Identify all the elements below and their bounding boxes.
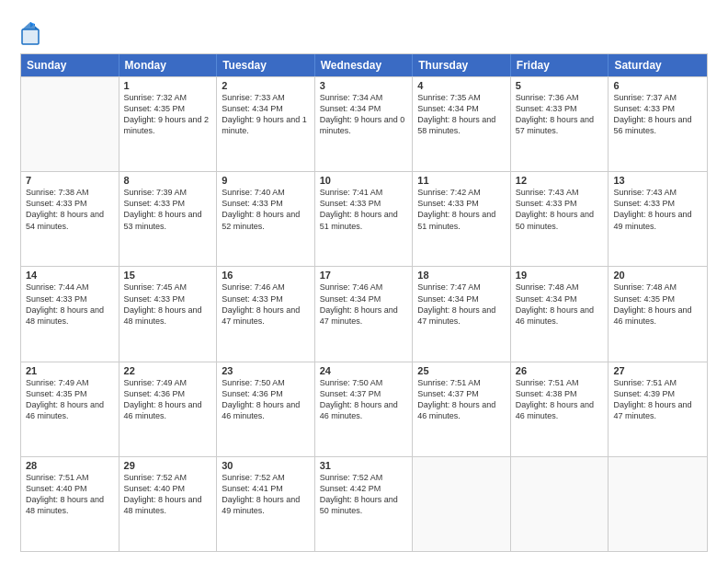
day-number: 9 — [222, 175, 310, 186]
day-number: 27 — [613, 365, 702, 376]
header — [20, 17, 708, 46]
day-info: Sunrise: 7:43 AM Sunset: 4:33 PM Dayligh… — [516, 187, 604, 232]
header-cell-wednesday: Wednesday — [315, 54, 414, 76]
table-row: 3Sunrise: 7:34 AM Sunset: 4:34 PM Daylig… — [315, 77, 414, 171]
table-row: 19Sunrise: 7:48 AM Sunset: 4:34 PM Dayli… — [511, 267, 609, 361]
calendar-row-2: 14Sunrise: 7:44 AM Sunset: 4:33 PM Dayli… — [21, 266, 707, 361]
day-number: 16 — [222, 270, 310, 281]
header-cell-monday: Monday — [119, 54, 218, 76]
day-info: Sunrise: 7:41 AM Sunset: 4:33 PM Dayligh… — [320, 187, 408, 232]
table-row: 15Sunrise: 7:45 AM Sunset: 4:33 PM Dayli… — [119, 267, 218, 361]
calendar-row-3: 21Sunrise: 7:49 AM Sunset: 4:35 PM Dayli… — [21, 362, 707, 456]
day-info: Sunrise: 7:52 AM Sunset: 4:42 PM Dayligh… — [320, 472, 408, 517]
calendar-body: 1Sunrise: 7:32 AM Sunset: 4:35 PM Daylig… — [21, 76, 707, 551]
day-number: 8 — [124, 175, 212, 186]
table-row: 14Sunrise: 7:44 AM Sunset: 4:33 PM Dayli… — [21, 267, 119, 361]
table-row: 9Sunrise: 7:40 AM Sunset: 4:33 PM Daylig… — [217, 172, 315, 266]
day-info: Sunrise: 7:49 AM Sunset: 4:36 PM Dayligh… — [124, 377, 212, 422]
header-cell-sunday: Sunday — [21, 54, 119, 76]
table-row: 29Sunrise: 7:52 AM Sunset: 4:40 PM Dayli… — [119, 457, 218, 551]
table-row: 2Sunrise: 7:33 AM Sunset: 4:34 PM Daylig… — [217, 77, 315, 171]
day-number: 11 — [417, 175, 506, 186]
day-info: Sunrise: 7:46 AM Sunset: 4:33 PM Dayligh… — [222, 282, 310, 327]
day-info: Sunrise: 7:52 AM Sunset: 4:41 PM Dayligh… — [222, 472, 310, 517]
table-row — [609, 457, 707, 551]
day-number: 30 — [222, 460, 310, 471]
table-row: 21Sunrise: 7:49 AM Sunset: 4:35 PM Dayli… — [21, 362, 119, 456]
day-number: 31 — [320, 460, 408, 471]
day-info: Sunrise: 7:47 AM Sunset: 4:34 PM Dayligh… — [417, 282, 506, 327]
logo-icon — [20, 20, 40, 46]
day-number: 1 — [124, 80, 212, 91]
day-info: Sunrise: 7:45 AM Sunset: 4:33 PM Dayligh… — [124, 282, 212, 327]
day-number: 26 — [516, 365, 604, 376]
day-number: 18 — [417, 270, 506, 281]
day-info: Sunrise: 7:48 AM Sunset: 4:35 PM Dayligh… — [613, 282, 702, 327]
table-row — [413, 457, 511, 551]
logo — [20, 20, 43, 46]
day-info: Sunrise: 7:51 AM Sunset: 4:39 PM Dayligh… — [613, 377, 702, 422]
header-cell-friday: Friday — [511, 54, 609, 76]
day-number: 5 — [516, 80, 604, 91]
day-info: Sunrise: 7:39 AM Sunset: 4:33 PM Dayligh… — [124, 187, 212, 232]
day-number: 22 — [124, 365, 212, 376]
table-row: 16Sunrise: 7:46 AM Sunset: 4:33 PM Dayli… — [217, 267, 315, 361]
day-number: 20 — [613, 270, 702, 281]
table-row: 27Sunrise: 7:51 AM Sunset: 4:39 PM Dayli… — [609, 362, 707, 456]
day-number: 12 — [516, 175, 604, 186]
calendar-header-row: SundayMondayTuesdayWednesdayThursdayFrid… — [21, 54, 707, 76]
day-info: Sunrise: 7:35 AM Sunset: 4:34 PM Dayligh… — [417, 92, 506, 137]
day-number: 3 — [320, 80, 408, 91]
calendar-row-1: 7Sunrise: 7:38 AM Sunset: 4:33 PM Daylig… — [21, 171, 707, 266]
table-row — [21, 77, 119, 171]
day-number: 7 — [26, 175, 114, 186]
day-info: Sunrise: 7:40 AM Sunset: 4:33 PM Dayligh… — [222, 187, 310, 232]
table-row: 28Sunrise: 7:51 AM Sunset: 4:40 PM Dayli… — [21, 457, 119, 551]
day-number: 23 — [222, 365, 310, 376]
day-info: Sunrise: 7:50 AM Sunset: 4:37 PM Dayligh… — [320, 377, 408, 422]
day-number: 17 — [320, 270, 408, 281]
day-info: Sunrise: 7:43 AM Sunset: 4:33 PM Dayligh… — [613, 187, 702, 232]
page: SundayMondayTuesdayWednesdayThursdayFrid… — [0, 0, 728, 563]
day-number: 10 — [320, 175, 408, 186]
day-info: Sunrise: 7:48 AM Sunset: 4:34 PM Dayligh… — [516, 282, 604, 327]
day-number: 24 — [320, 365, 408, 376]
header-cell-saturday: Saturday — [609, 54, 707, 76]
day-info: Sunrise: 7:44 AM Sunset: 4:33 PM Dayligh… — [26, 282, 114, 327]
day-info: Sunrise: 7:32 AM Sunset: 4:35 PM Dayligh… — [124, 92, 212, 137]
table-row: 13Sunrise: 7:43 AM Sunset: 4:33 PM Dayli… — [609, 172, 707, 266]
table-row: 12Sunrise: 7:43 AM Sunset: 4:33 PM Dayli… — [511, 172, 609, 266]
table-row: 18Sunrise: 7:47 AM Sunset: 4:34 PM Dayli… — [413, 267, 511, 361]
calendar-row-0: 1Sunrise: 7:32 AM Sunset: 4:35 PM Daylig… — [21, 76, 707, 171]
day-info: Sunrise: 7:36 AM Sunset: 4:33 PM Dayligh… — [516, 92, 604, 137]
table-row: 22Sunrise: 7:49 AM Sunset: 4:36 PM Dayli… — [119, 362, 218, 456]
table-row: 11Sunrise: 7:42 AM Sunset: 4:33 PM Dayli… — [413, 172, 511, 266]
day-info: Sunrise: 7:52 AM Sunset: 4:40 PM Dayligh… — [124, 472, 212, 517]
day-info: Sunrise: 7:51 AM Sunset: 4:38 PM Dayligh… — [516, 377, 604, 422]
table-row: 10Sunrise: 7:41 AM Sunset: 4:33 PM Dayli… — [315, 172, 414, 266]
calendar: SundayMondayTuesdayWednesdayThursdayFrid… — [20, 53, 708, 552]
header-cell-thursday: Thursday — [413, 54, 511, 76]
table-row: 24Sunrise: 7:50 AM Sunset: 4:37 PM Dayli… — [315, 362, 414, 456]
table-row: 20Sunrise: 7:48 AM Sunset: 4:35 PM Dayli… — [609, 267, 707, 361]
table-row: 1Sunrise: 7:32 AM Sunset: 4:35 PM Daylig… — [119, 77, 218, 171]
day-number: 28 — [26, 460, 114, 471]
day-number: 14 — [26, 270, 114, 281]
table-row: 26Sunrise: 7:51 AM Sunset: 4:38 PM Dayli… — [511, 362, 609, 456]
day-number: 15 — [124, 270, 212, 281]
day-info: Sunrise: 7:49 AM Sunset: 4:35 PM Dayligh… — [26, 377, 114, 422]
calendar-row-4: 28Sunrise: 7:51 AM Sunset: 4:40 PM Dayli… — [21, 456, 707, 551]
header-cell-tuesday: Tuesday — [217, 54, 315, 76]
table-row: 17Sunrise: 7:46 AM Sunset: 4:34 PM Dayli… — [315, 267, 414, 361]
table-row: 30Sunrise: 7:52 AM Sunset: 4:41 PM Dayli… — [217, 457, 315, 551]
day-info: Sunrise: 7:50 AM Sunset: 4:36 PM Dayligh… — [222, 377, 310, 422]
day-number: 29 — [124, 460, 212, 471]
day-number: 13 — [613, 175, 702, 186]
day-number: 2 — [222, 80, 310, 91]
day-info: Sunrise: 7:51 AM Sunset: 4:37 PM Dayligh… — [417, 377, 506, 422]
day-number: 6 — [613, 80, 702, 91]
table-row: 25Sunrise: 7:51 AM Sunset: 4:37 PM Dayli… — [413, 362, 511, 456]
table-row: 31Sunrise: 7:52 AM Sunset: 4:42 PM Dayli… — [315, 457, 414, 551]
table-row: 23Sunrise: 7:50 AM Sunset: 4:36 PM Dayli… — [217, 362, 315, 456]
day-info: Sunrise: 7:33 AM Sunset: 4:34 PM Dayligh… — [222, 92, 310, 137]
